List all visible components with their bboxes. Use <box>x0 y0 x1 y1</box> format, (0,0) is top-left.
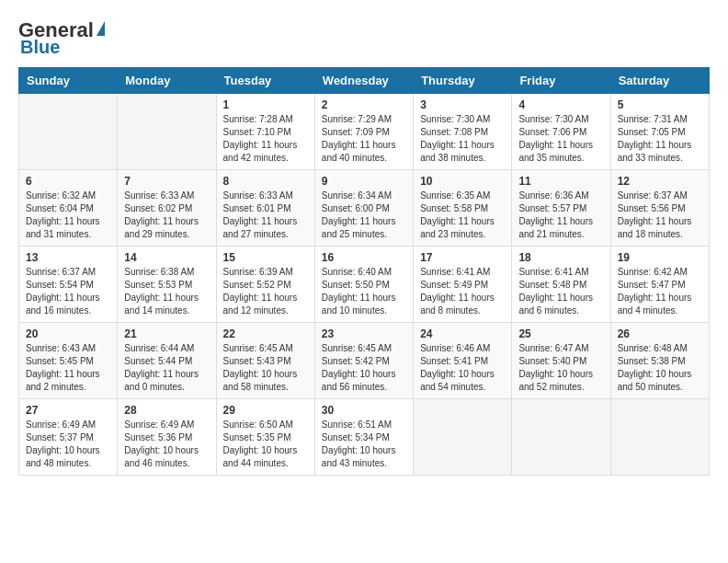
day-number: 25 <box>518 327 603 340</box>
day-number: 28 <box>124 404 209 417</box>
day-info: Sunrise: 7:30 AMSunset: 7:08 PMDaylight:… <box>420 113 505 165</box>
weekday-header-monday: Monday <box>118 68 216 94</box>
day-cell: 17 Sunrise: 6:41 AMSunset: 5:49 PMDaylig… <box>414 247 512 323</box>
day-cell: 21 Sunrise: 6:44 AMSunset: 5:44 PMDaylig… <box>118 323 216 399</box>
day-info: Sunrise: 6:32 AMSunset: 6:04 PMDaylight:… <box>26 190 110 241</box>
day-info: Sunrise: 6:36 AMSunset: 5:57 PMDaylight:… <box>518 190 603 241</box>
day-number: 21 <box>124 327 209 340</box>
day-info: Sunrise: 6:48 AMSunset: 5:38 PMDaylight:… <box>618 342 702 394</box>
day-cell: 13 Sunrise: 6:37 AMSunset: 5:54 PMDaylig… <box>19 247 118 323</box>
day-number: 10 <box>420 175 505 188</box>
day-cell: 27 Sunrise: 6:49 AMSunset: 5:37 PMDaylig… <box>19 399 118 476</box>
day-cell <box>19 94 118 170</box>
day-cell: 16 Sunrise: 6:40 AMSunset: 5:50 PMDaylig… <box>314 247 413 323</box>
day-cell: 26 Sunrise: 6:48 AMSunset: 5:38 PMDaylig… <box>610 323 709 399</box>
day-cell <box>414 399 512 476</box>
weekday-header-row: SundayMondayTuesdayWednesdayThursdayFrid… <box>19 68 710 94</box>
day-number: 4 <box>518 98 603 111</box>
day-number: 3 <box>420 98 505 111</box>
day-number: 30 <box>322 404 406 417</box>
day-number: 16 <box>322 251 406 264</box>
weekday-header-friday: Friday <box>512 68 610 94</box>
day-number: 8 <box>223 175 308 188</box>
day-cell: 15 Sunrise: 6:39 AMSunset: 5:52 PMDaylig… <box>216 247 314 323</box>
day-info: Sunrise: 6:49 AMSunset: 5:36 PMDaylight:… <box>124 419 209 470</box>
day-number: 23 <box>322 327 406 340</box>
day-info: Sunrise: 6:38 AMSunset: 5:53 PMDaylight:… <box>124 266 209 317</box>
day-info: Sunrise: 7:29 AMSunset: 7:09 PMDaylight:… <box>322 113 406 165</box>
day-number: 12 <box>618 175 702 188</box>
day-number: 29 <box>223 404 308 417</box>
day-number: 14 <box>124 251 209 264</box>
day-cell <box>118 94 216 170</box>
day-info: Sunrise: 6:45 AMSunset: 5:42 PMDaylight:… <box>322 342 406 394</box>
day-info: Sunrise: 6:34 AMSunset: 6:00 PMDaylight:… <box>322 190 406 241</box>
day-cell: 11 Sunrise: 6:36 AMSunset: 5:57 PMDaylig… <box>512 170 610 247</box>
day-info: Sunrise: 6:41 AMSunset: 5:49 PMDaylight:… <box>420 266 505 317</box>
day-info: Sunrise: 6:33 AMSunset: 6:01 PMDaylight:… <box>223 190 308 241</box>
weekday-header-wednesday: Wednesday <box>314 68 413 94</box>
day-number: 11 <box>518 175 603 188</box>
day-number: 20 <box>26 327 110 340</box>
day-cell: 22 Sunrise: 6:45 AMSunset: 5:43 PMDaylig… <box>216 323 314 399</box>
day-cell <box>610 399 709 476</box>
day-info: Sunrise: 7:30 AMSunset: 7:06 PMDaylight:… <box>518 113 603 165</box>
day-info: Sunrise: 6:37 AMSunset: 5:56 PMDaylight:… <box>618 190 702 241</box>
day-number: 15 <box>223 251 308 264</box>
day-info: Sunrise: 6:47 AMSunset: 5:40 PMDaylight:… <box>518 342 603 394</box>
week-row-2: 6 Sunrise: 6:32 AMSunset: 6:04 PMDayligh… <box>19 170 710 247</box>
day-cell: 4 Sunrise: 7:30 AMSunset: 7:06 PMDayligh… <box>512 94 610 170</box>
day-info: Sunrise: 7:31 AMSunset: 7:05 PMDaylight:… <box>618 113 702 165</box>
day-info: Sunrise: 6:33 AMSunset: 6:02 PMDaylight:… <box>124 190 209 241</box>
day-cell: 18 Sunrise: 6:41 AMSunset: 5:48 PMDaylig… <box>512 247 610 323</box>
day-cell: 10 Sunrise: 6:35 AMSunset: 5:58 PMDaylig… <box>414 170 512 247</box>
day-cell: 7 Sunrise: 6:33 AMSunset: 6:02 PMDayligh… <box>118 170 216 247</box>
day-number: 27 <box>26 404 110 417</box>
day-cell: 5 Sunrise: 7:31 AMSunset: 7:05 PMDayligh… <box>610 94 709 170</box>
day-cell: 19 Sunrise: 6:42 AMSunset: 5:47 PMDaylig… <box>610 247 709 323</box>
logo: General Blue <box>18 18 105 58</box>
day-cell: 29 Sunrise: 6:50 AMSunset: 5:35 PMDaylig… <box>216 399 314 476</box>
day-cell <box>512 399 610 476</box>
week-row-4: 20 Sunrise: 6:43 AMSunset: 5:45 PMDaylig… <box>19 323 710 399</box>
day-info: Sunrise: 6:49 AMSunset: 5:37 PMDaylight:… <box>26 419 110 470</box>
day-info: Sunrise: 6:45 AMSunset: 5:43 PMDaylight:… <box>223 342 308 394</box>
day-number: 17 <box>420 251 505 264</box>
day-info: Sunrise: 6:39 AMSunset: 5:52 PMDaylight:… <box>223 266 308 317</box>
day-cell: 23 Sunrise: 6:45 AMSunset: 5:42 PMDaylig… <box>314 323 413 399</box>
week-row-3: 13 Sunrise: 6:37 AMSunset: 5:54 PMDaylig… <box>19 247 710 323</box>
logo-blue: Blue <box>20 37 60 58</box>
day-cell: 12 Sunrise: 6:37 AMSunset: 5:56 PMDaylig… <box>610 170 709 247</box>
day-info: Sunrise: 6:35 AMSunset: 5:58 PMDaylight:… <box>420 190 505 241</box>
week-row-1: 1 Sunrise: 7:28 AMSunset: 7:10 PMDayligh… <box>19 94 710 170</box>
day-number: 7 <box>124 175 209 188</box>
day-cell: 3 Sunrise: 7:30 AMSunset: 7:08 PMDayligh… <box>414 94 512 170</box>
day-number: 1 <box>223 98 308 111</box>
day-cell: 2 Sunrise: 7:29 AMSunset: 7:09 PMDayligh… <box>314 94 413 170</box>
day-info: Sunrise: 6:50 AMSunset: 5:35 PMDaylight:… <box>223 419 308 470</box>
day-number: 22 <box>223 327 308 340</box>
day-cell: 20 Sunrise: 6:43 AMSunset: 5:45 PMDaylig… <box>19 323 118 399</box>
day-cell: 1 Sunrise: 7:28 AMSunset: 7:10 PMDayligh… <box>216 94 314 170</box>
day-number: 26 <box>618 327 702 340</box>
weekday-header-sunday: Sunday <box>19 68 118 94</box>
day-number: 9 <box>322 175 406 188</box>
day-info: Sunrise: 6:40 AMSunset: 5:50 PMDaylight:… <box>322 266 406 317</box>
day-number: 13 <box>26 251 110 264</box>
day-cell: 25 Sunrise: 6:47 AMSunset: 5:40 PMDaylig… <box>512 323 610 399</box>
weekday-header-thursday: Thursday <box>414 68 512 94</box>
day-info: Sunrise: 6:42 AMSunset: 5:47 PMDaylight:… <box>618 266 702 317</box>
weekday-header-saturday: Saturday <box>610 68 709 94</box>
week-row-5: 27 Sunrise: 6:49 AMSunset: 5:37 PMDaylig… <box>19 399 710 476</box>
day-cell: 14 Sunrise: 6:38 AMSunset: 5:53 PMDaylig… <box>118 247 216 323</box>
day-cell: 8 Sunrise: 6:33 AMSunset: 6:01 PMDayligh… <box>216 170 314 247</box>
day-cell: 28 Sunrise: 6:49 AMSunset: 5:36 PMDaylig… <box>118 399 216 476</box>
calendar-table: SundayMondayTuesdayWednesdayThursdayFrid… <box>18 67 710 476</box>
day-info: Sunrise: 6:51 AMSunset: 5:34 PMDaylight:… <box>322 419 406 470</box>
weekday-header-tuesday: Tuesday <box>216 68 314 94</box>
day-cell: 30 Sunrise: 6:51 AMSunset: 5:34 PMDaylig… <box>314 399 413 476</box>
page-header: General Blue <box>18 18 710 58</box>
day-info: Sunrise: 6:41 AMSunset: 5:48 PMDaylight:… <box>518 266 603 317</box>
day-number: 19 <box>618 251 702 264</box>
day-number: 2 <box>322 98 406 111</box>
